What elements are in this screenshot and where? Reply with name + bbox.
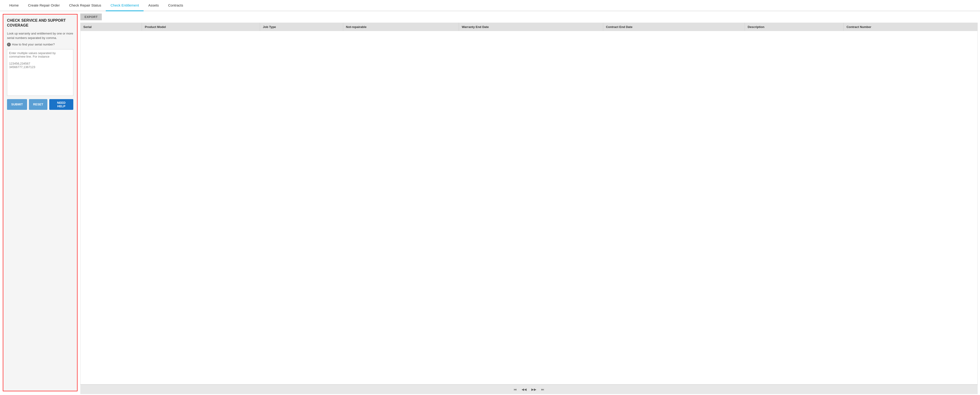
info-icon: i xyxy=(7,43,11,46)
left-panel: CHECK SERVICE AND SUPPORT COVERAGE Look … xyxy=(3,14,78,391)
nav-item-assets[interactable]: Assets xyxy=(143,0,164,11)
first-page-button[interactable]: ⏮ xyxy=(512,387,518,392)
need-help-button[interactable]: NEED HELP xyxy=(49,99,73,110)
nav-item-check-repair-status[interactable]: Check Repair Status xyxy=(64,0,106,11)
table-wrapper: SerialProduct ModelJob TypeNot-repairabl… xyxy=(80,22,978,384)
nav-item-home[interactable]: Home xyxy=(5,0,23,11)
help-link[interactable]: i How to find your serial number? xyxy=(7,43,73,46)
table-header: SerialProduct ModelJob TypeNot-repairabl… xyxy=(81,23,977,31)
col-contract-end-date: Contract End Date xyxy=(603,23,745,31)
reset-button[interactable]: RESET xyxy=(29,99,48,110)
nav-item-check-entitlement[interactable]: Check Entitlement xyxy=(106,0,143,11)
col-product-model: Product Model xyxy=(142,23,260,31)
next-page-button[interactable]: ▶▶ xyxy=(530,387,538,392)
serial-number-input[interactable] xyxy=(7,49,73,96)
main-content: CHECK SERVICE AND SUPPORT COVERAGE Look … xyxy=(0,11,980,394)
export-button[interactable]: EXPORT xyxy=(80,14,102,20)
results-table: SerialProduct ModelJob TypeNot-repairabl… xyxy=(81,23,977,31)
panel-description: Look up warranty and entitlement by one … xyxy=(7,31,73,40)
col-contract-number: Contract Number xyxy=(844,23,977,31)
navigation-bar: HomeCreate Repair OrderCheck Repair Stat… xyxy=(0,0,980,11)
submit-button[interactable]: SUBMIT xyxy=(7,99,27,110)
col-job-type: Job Type xyxy=(260,23,343,31)
pagination-bar: ⏮ ◀◀ ▶▶ ⏭ xyxy=(80,384,978,394)
right-panel: EXPORT SerialProduct ModelJob TypeNot-re… xyxy=(80,11,980,394)
col-serial: Serial xyxy=(81,23,142,31)
last-page-button[interactable]: ⏭ xyxy=(540,387,546,392)
prev-page-button[interactable]: ◀◀ xyxy=(520,387,528,392)
help-link-text: How to find your serial number? xyxy=(12,43,55,46)
panel-title: CHECK SERVICE AND SUPPORT COVERAGE xyxy=(7,18,73,28)
nav-item-create-repair-order[interactable]: Create Repair Order xyxy=(23,0,64,11)
col-not-repairable: Not-repairable xyxy=(343,23,459,31)
nav-item-contracts[interactable]: Contracts xyxy=(164,0,188,11)
export-bar: EXPORT xyxy=(80,14,978,20)
action-buttons: SUBMIT RESET NEED HELP xyxy=(7,99,73,110)
col-description: Description xyxy=(745,23,843,31)
col-warranty-end-date: Warranty End Date xyxy=(459,23,603,31)
